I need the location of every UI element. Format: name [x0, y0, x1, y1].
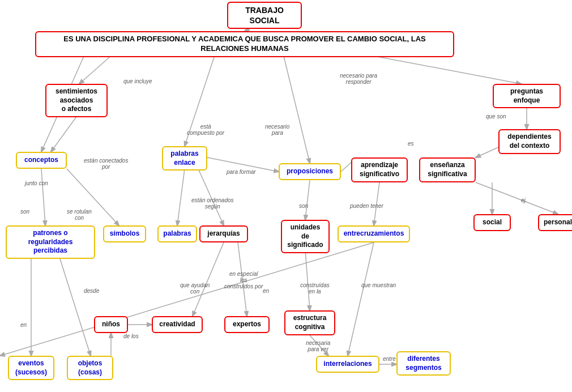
edge-label-el13: están ordenados según [191, 197, 234, 210]
svg-line-25 [0, 242, 374, 356]
node-dependientes: dependientes del contexto [498, 129, 561, 154]
svg-line-4 [283, 54, 310, 163]
edge-label-el3: junto con [25, 180, 48, 186]
edge-label-el2: necesario para responder [340, 73, 377, 85]
edge-label-el5: está compuesto por [187, 123, 224, 136]
edge-label-el19: desde [84, 288, 99, 294]
edge-label-el20: de los [123, 333, 139, 339]
svg-line-5 [51, 117, 76, 152]
node-entrecruzamientos: entrecruzamientos [338, 225, 410, 242]
svg-line-22 [193, 242, 224, 316]
svg-line-24 [305, 250, 310, 310]
node-personal: personal [538, 214, 572, 231]
edge-label-el14: son [299, 203, 308, 209]
node-conceptos: conceptos [16, 152, 67, 169]
edge-label-el16: en [263, 288, 269, 294]
concept-map: TRABAJO SOCIALES UNA DISCIPLINA PROFESIO… [0, 0, 572, 392]
svg-line-1 [79, 54, 113, 84]
node-palabras: palabras [157, 225, 197, 242]
node-title: TRABAJO SOCIAL [227, 2, 302, 29]
node-expertos: expertos [224, 316, 270, 333]
edge-label-el25: entre [383, 356, 396, 362]
edge-label-el17: construídas en la [300, 282, 330, 295]
node-eventos: eventos (sucesos) [8, 356, 54, 380]
node-interrelaciones: interrelaciones [316, 356, 379, 373]
node-ensenanza: enseñanza significativa [419, 157, 476, 182]
node-ninos: niños [94, 316, 128, 333]
edge-label-el9: es [408, 140, 414, 147]
node-patrones: patrones o regularidades percibidas [6, 225, 95, 259]
node-estructura: estructura cognitiva [284, 310, 335, 335]
node-proposiciones: proposiciones [279, 163, 341, 180]
edge-label-el12: se rotulan con [67, 208, 92, 221]
node-palabras_enlace: palabras enlace [162, 146, 207, 171]
node-sentimientos: sentimientos asociados o afectos [45, 84, 108, 117]
edge-label-el24: necesaria para ver [306, 340, 330, 352]
node-social: social [473, 214, 511, 231]
svg-line-6 [41, 169, 45, 225]
node-unidades: unidades de significado [281, 220, 330, 253]
edge-label-el4: están conectados por [84, 157, 128, 170]
edge-label-el23: en [20, 322, 27, 328]
node-objetos: objetos (cosas) [67, 356, 113, 380]
svg-line-11 [305, 180, 310, 220]
node-preguntas: preguntas enfoque [493, 84, 561, 108]
edge-label-el11: son [20, 208, 29, 215]
svg-line-2 [362, 54, 521, 84]
svg-line-15 [476, 147, 498, 157]
edge-label-el18: que muestran [361, 282, 396, 288]
edge-label-el8: que son [486, 113, 506, 120]
edge-label-el10: ej. [521, 197, 527, 203]
edge-label-el21: que ayudan con [180, 282, 210, 295]
svg-line-17 [476, 182, 558, 214]
svg-line-29 [348, 242, 374, 356]
node-creatividad: creatividad [152, 316, 203, 333]
node-jerarquias: jerarquías [199, 225, 248, 242]
edge-label-el7: para formar [227, 169, 256, 175]
edge-label-el6: necesario para [265, 123, 289, 136]
svg-line-8 [177, 169, 185, 225]
node-simbolos: símbolos [103, 225, 146, 242]
edge-label-el22: en especial los construidos por [224, 271, 263, 289]
edge-label-el15: pueden tener [350, 203, 383, 209]
edge-label-el1: que incluye [123, 78, 152, 84]
svg-line-19 [57, 248, 91, 356]
node-diferentes: diferentes segmentos [396, 351, 451, 376]
node-aprendizaje: aprendizaje significativo [351, 157, 408, 182]
node-subtitle: ES UNA DISCIPLINA PROFESIONAL Y ACADEMIC… [35, 31, 454, 57]
